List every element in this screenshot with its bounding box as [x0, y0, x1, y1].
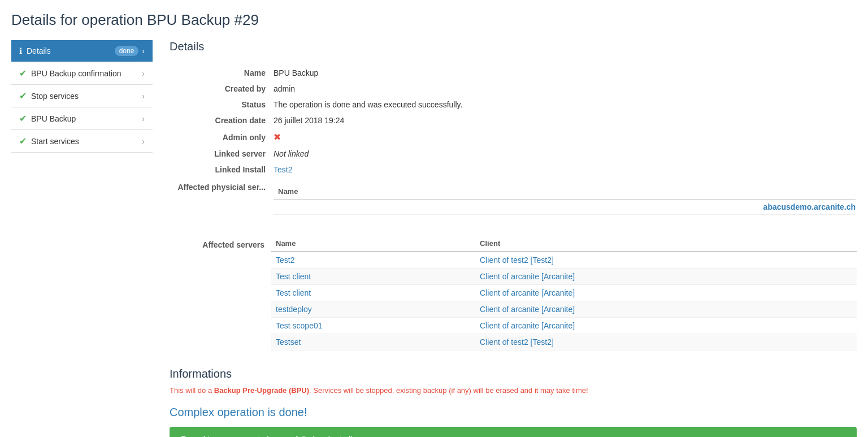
- creation-date-value: 26 juillet 2018 19:24: [274, 113, 856, 128]
- affected-servers-table: Name Client Test2Client of test2 [Test2]…: [271, 236, 857, 351]
- informations-title: Informations: [170, 367, 857, 380]
- sidebar-item-start-services[interactable]: ✔ Start services ›: [11, 130, 153, 153]
- table-row: abacusdemo.arcanite.ch: [274, 200, 856, 215]
- client-link[interactable]: Client of test2 [Test2]: [480, 338, 554, 347]
- client-link[interactable]: Client of arcanite [Arcanite]: [480, 321, 575, 330]
- sidebar-item-label: BPU Backup confirmation: [31, 69, 121, 78]
- server-name-link[interactable]: Test client: [276, 272, 311, 281]
- table-row: TestsetClient of test2 [Test2]: [271, 334, 857, 351]
- check-icon: ✔: [19, 136, 27, 146]
- informations-text: This will do a Backup Pre-Upgrade (BPU).…: [170, 386, 857, 395]
- complex-done-title: Complex operation is done!: [170, 406, 857, 419]
- status-label: Status: [171, 97, 272, 112]
- creation-date-label: Creation date: [171, 113, 272, 128]
- physical-servers-table: Name abacusdemo.arcanite.ch: [274, 184, 856, 215]
- affected-servers-section: Affected servers Name Client Test2Client…: [170, 236, 857, 351]
- main-content: Details Name BPU Backup Created by admin…: [153, 40, 857, 437]
- table-row: Test scope01Client of arcanite [Arcanite…: [271, 318, 857, 334]
- sidebar-item-label: Details: [27, 46, 51, 55]
- chevron-right-icon: ›: [142, 46, 145, 55]
- sidebar: ℹ Details done › ✔ BPU Backup confirmati…: [11, 40, 153, 437]
- physical-server-link[interactable]: abacusdemo.arcanite.ch: [763, 202, 856, 211]
- created-by-value: admin: [274, 81, 856, 96]
- name-value: BPU Backup: [274, 66, 856, 80]
- linked-install-value: Test2: [274, 162, 856, 177]
- page-title: Details for operation BPU Backup #29: [11, 11, 857, 29]
- table-row: Test clientClient of arcanite [Arcanite]: [271, 285, 857, 301]
- done-badge: done: [115, 46, 139, 56]
- table-row: Test2Client of test2 [Test2]: [271, 252, 857, 269]
- admin-only-label: Admin only: [171, 129, 272, 145]
- check-icon: ✔: [19, 113, 27, 124]
- linked-server-value: Not linked: [274, 146, 856, 161]
- table-row: testdeployClient of arcanite [Arcanite]: [271, 301, 857, 318]
- check-icon: ✔: [19, 68, 27, 79]
- success-banner: Everything was executed sucessfully (or …: [170, 427, 857, 437]
- chevron-right-icon: ›: [142, 114, 145, 123]
- affected-servers-label: Affected servers: [170, 236, 271, 351]
- sidebar-item-bpu-backup-confirmation[interactable]: ✔ BPU Backup confirmation ›: [11, 62, 153, 85]
- table-row: Test clientClient of arcanite [Arcanite]: [271, 269, 857, 285]
- section-title: Details: [170, 40, 857, 53]
- status-value: The operation is done and was executed s…: [274, 97, 856, 112]
- chevron-right-icon: ›: [142, 92, 145, 101]
- linked-server-label: Linked server: [171, 146, 272, 161]
- server-name-link[interactable]: Test2: [276, 256, 294, 265]
- details-table: Name BPU Backup Created by admin Status …: [170, 64, 857, 219]
- servers-col-client: Client: [475, 236, 857, 252]
- servers-col-name: Name: [271, 236, 475, 252]
- physical-servers-table-cell: Name abacusdemo.arcanite.ch: [274, 178, 856, 218]
- name-label: Name: [171, 66, 272, 80]
- server-name-link[interactable]: Test scope01: [276, 321, 323, 330]
- sidebar-item-bpu-backup[interactable]: ✔ BPU Backup ›: [11, 107, 153, 130]
- client-link[interactable]: Client of arcanite [Arcanite]: [480, 305, 575, 314]
- server-name-link[interactable]: testdeploy: [276, 305, 312, 314]
- sidebar-item-label: Start services: [31, 137, 79, 146]
- client-link[interactable]: Client of arcanite [Arcanite]: [480, 272, 575, 281]
- x-icon: ✖: [274, 132, 281, 142]
- chevron-right-icon: ›: [142, 69, 145, 78]
- server-name-link[interactable]: Testset: [276, 338, 301, 347]
- info-text-prefix: This will do a: [170, 386, 214, 395]
- affected-physical-label: Affected physicial ser...: [171, 178, 272, 218]
- info-icon: ℹ: [19, 46, 22, 55]
- linked-install-link[interactable]: Test2: [274, 165, 292, 174]
- check-icon: ✔: [19, 90, 27, 101]
- created-by-label: Created by: [171, 81, 272, 96]
- sidebar-item-stop-services[interactable]: ✔ Stop services ›: [11, 85, 153, 107]
- client-link[interactable]: Client of arcanite [Arcanite]: [480, 288, 575, 297]
- sidebar-item-label: Stop services: [31, 92, 79, 101]
- linked-install-label: Linked Install: [171, 162, 272, 177]
- admin-only-value: ✖: [274, 129, 856, 145]
- client-link[interactable]: Client of test2 [Test2]: [480, 256, 554, 265]
- sidebar-item-label: BPU Backup: [31, 114, 76, 123]
- info-text-bold: Backup Pre-Upgrade (BPU): [214, 386, 309, 395]
- informations-section: Informations This will do a Backup Pre-U…: [170, 367, 857, 437]
- physical-col-name: Name: [274, 184, 856, 200]
- chevron-right-icon: ›: [142, 137, 145, 146]
- info-text-suffix: . Services will be stopped, existing bac…: [309, 386, 588, 395]
- server-name-link[interactable]: Test client: [276, 288, 311, 297]
- sidebar-item-details[interactable]: ℹ Details done ›: [11, 40, 153, 62]
